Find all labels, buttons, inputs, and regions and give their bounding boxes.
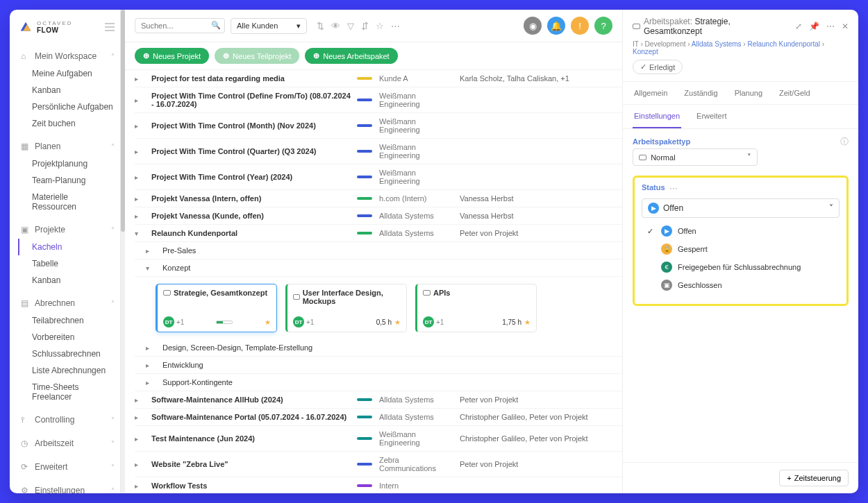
type-select[interactable]: Normal˅ (633, 148, 758, 166)
status-select[interactable]: ▶Offen ˅ (642, 198, 840, 218)
nav-advanced[interactable]: ⟳Erweitert˅ (19, 458, 116, 476)
bell-icon[interactable]: 🔔 (547, 17, 565, 35)
expand-arrow-icon[interactable]: ▸ (135, 461, 147, 468)
workpackage-card[interactable]: APIs DT+1 1,75 h★ (415, 284, 537, 332)
more-h-icon[interactable]: ⋯ (826, 22, 835, 31)
project-row[interactable]: ▸Projekt Vanessa (Intern, offen)h.com (I… (135, 190, 622, 207)
customer-filter[interactable]: Alle Kunden▾ (231, 18, 307, 34)
tab-responsible[interactable]: Zuständig (683, 82, 719, 104)
nav-plan[interactable]: ▦Planen˄ (19, 137, 116, 155)
workpackage-card[interactable]: User Interface Design, Mockups DT+1 0,5 … (285, 284, 407, 332)
nav-worktime[interactable]: ◷Arbeitszeit˅ (19, 434, 116, 452)
done-icon: ▣ (661, 280, 672, 291)
tab-planning[interactable]: Planung (733, 82, 764, 104)
expand-arrow-icon[interactable]: ▸ (135, 75, 147, 83)
close-icon[interactable]: ✕ (842, 22, 849, 31)
info-icon[interactable]: ⓘ (840, 136, 849, 148)
expand-arrow-icon[interactable]: ▾ (135, 230, 147, 237)
done-chip[interactable]: ✓ Erledigt (633, 60, 683, 74)
status-option[interactable]: ✓▶Offen (644, 222, 840, 240)
nav-timesheets[interactable]: Time-Sheets Freelancer (19, 379, 116, 405)
nav-personal-tasks[interactable]: Persönliche Aufgaben (19, 99, 116, 115)
nav-controlling[interactable]: ⫯Controlling˅ (19, 411, 116, 429)
nav-settings[interactable]: ⚙Einstellungen˄ (19, 481, 116, 493)
subgroup-row[interactable]: ▸Design, Screen-Design, Template-Erstell… (135, 339, 622, 357)
status-option[interactable]: €Freigegeben für Schlussabrechnung (644, 258, 840, 276)
nav-kanban[interactable]: Kanban (19, 82, 116, 99)
more-icon[interactable]: ⋯ (391, 21, 400, 31)
expand-arrow-icon[interactable]: ▸ (135, 212, 147, 220)
status-label: Status (642, 183, 665, 191)
breadcrumb[interactable]: IT › Development › Alldata Systems › Rel… (633, 36, 849, 60)
warning-icon[interactable]: ! (571, 17, 589, 35)
expand-arrow-icon[interactable]: ▸ (135, 482, 147, 490)
tab-general[interactable]: Allgemein (633, 82, 669, 104)
project-row[interactable]: ▸Website "Zebra Live"Zebra Communication… (135, 452, 622, 477)
nav-tiles[interactable]: Kacheln (18, 239, 116, 255)
expand-arrow-icon[interactable]: ▸ (135, 435, 147, 443)
sort-icon[interactable]: ⇵ (361, 21, 369, 31)
search-input[interactable]: 🔍 (135, 18, 225, 33)
project-row[interactable]: ▸Project With Time Control (Define From/… (135, 87, 622, 113)
euro-icon: € (661, 262, 672, 273)
progress-bar (216, 321, 233, 324)
expand-arrow-icon[interactable]: ▸ (135, 195, 147, 203)
help-icon[interactable]: ? (594, 17, 612, 35)
expand-arrow-icon[interactable]: ▸ (135, 414, 147, 421)
subgroup-row[interactable]: ▸Support-Kontingente (135, 374, 622, 391)
nav-team-planning[interactable]: Team-Planung (19, 172, 116, 189)
workpackage-card[interactable]: Strategie, Gesamtkonzept DT+1 ★ (156, 284, 277, 332)
subtab-advanced[interactable]: Erweitert (695, 105, 728, 128)
nav-projects[interactable]: ▣Projekte˄ (19, 221, 116, 239)
pin-icon[interactable]: 📌 (809, 22, 819, 31)
nav-partial-billing[interactable]: Teilabrechnen (19, 312, 116, 329)
nav-workspace[interactable]: ⌂Mein Workspace˄ (19, 47, 116, 65)
nav-kanban2[interactable]: Kanban (19, 272, 116, 289)
camera-icon[interactable]: ◉ (524, 17, 542, 35)
menu-toggle-icon[interactable] (105, 23, 115, 31)
star-icon[interactable]: ☆ (376, 21, 384, 31)
nav-final-billing[interactable]: Schlussabrechnen (19, 346, 116, 362)
project-row[interactable]: ▸Software-Maintenance Portal (05.07.2024… (135, 409, 622, 426)
nav-billing-list[interactable]: Liste Abrechnungen (19, 362, 116, 379)
project-row[interactable]: ▸Project With Time Control (Quarter) (Q3… (135, 139, 622, 164)
tab-time-money[interactable]: Zeit/Geld (778, 82, 812, 104)
status-block: Status⋯ ▶Offen ˅ ✓▶Offen🔒Gesperrt€Freige… (633, 176, 849, 306)
subgroup-row[interactable]: ▾Konzept (135, 259, 622, 277)
project-row[interactable]: ▸Project for test data regarding mediaKu… (135, 70, 622, 87)
status-option[interactable]: ▣Geschlossen (644, 276, 840, 294)
project-row[interactable]: ▸Software-Maintenance AllHub (2024)Allda… (135, 391, 622, 409)
nav-material-resources[interactable]: Materielle Ressourcen (19, 189, 116, 215)
eye-icon[interactable]: 👁 (331, 21, 340, 31)
subgroup-row[interactable]: ▸Entwicklung (135, 357, 622, 374)
project-row[interactable]: ▸Project With Time Control (Month) (Nov … (135, 113, 622, 139)
nav-billing[interactable]: ▤Abrechnen˄ (19, 294, 116, 312)
sliders-icon[interactable]: ⇅ (317, 21, 324, 31)
nav-prepare[interactable]: Vorbereiten (19, 329, 116, 346)
expand-arrow-icon[interactable]: ▸ (135, 173, 147, 181)
filter-icon[interactable]: ▽ (347, 21, 354, 31)
project-row[interactable]: ▸Projekt Vanessa (Kunde, offen)Alldata S… (135, 207, 622, 225)
status-option[interactable]: 🔒Gesperrt (644, 240, 840, 258)
expand-icon[interactable]: ⤢ (795, 22, 802, 31)
new-workpackage-button[interactable]: ⊕Neues Arbeitspaket (305, 48, 397, 64)
expand-arrow-icon[interactable]: ▸ (135, 396, 147, 404)
time-control-button[interactable]: +Zeitsteuerung (779, 470, 849, 486)
new-subproject-button[interactable]: ⊕Neues Teilprojekt (215, 48, 299, 64)
nav-table[interactable]: Tabelle (19, 255, 116, 272)
subgroup-row[interactable]: ▸Pre-Sales (135, 242, 622, 259)
expand-arrow-icon[interactable]: ▸ (135, 96, 147, 104)
expand-arrow-icon[interactable]: ▸ (135, 148, 147, 155)
nav-my-tasks[interactable]: Meine Aufgaben (19, 65, 116, 82)
project-row[interactable]: ▸Workflow TestsIntern (135, 477, 622, 493)
project-row[interactable]: ▸Test Maintenance (Jun 2024)Weißmann Eng… (135, 426, 622, 452)
subtab-settings[interactable]: Einstellungen (633, 105, 681, 128)
new-project-button[interactable]: ⊕Neues Projekt (135, 48, 209, 64)
project-row[interactable]: ▾Relaunch KundenportalAlldata SystemsPet… (135, 225, 622, 242)
app-logo: OCTAVEDFLOW (18, 19, 72, 35)
nav-project-planning[interactable]: Projektplanung (19, 155, 116, 172)
status-more-icon[interactable]: ⋯ (669, 184, 678, 194)
expand-arrow-icon[interactable]: ▸ (135, 122, 147, 130)
nav-book-time[interactable]: Zeit buchen (19, 115, 116, 132)
project-row[interactable]: ▸Project With Time Control (Year) (2024)… (135, 164, 622, 190)
